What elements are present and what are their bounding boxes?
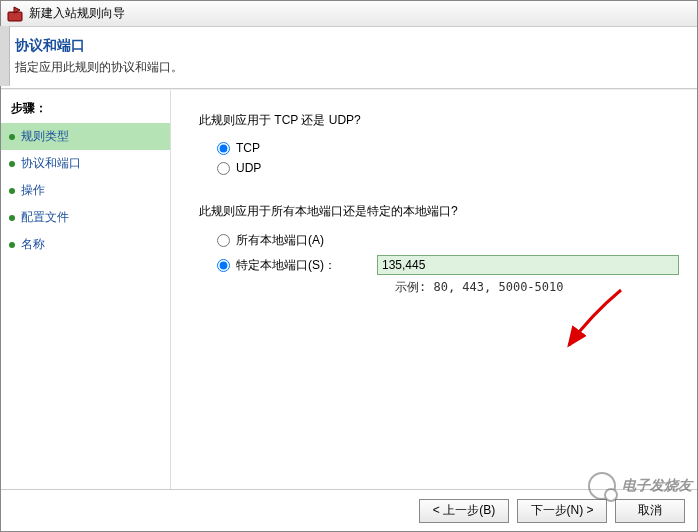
back-button[interactable]: < 上一步(B): [419, 499, 509, 523]
steps-sidebar: 步骤： 规则类型 协议和端口 操作 配置文件 名称: [1, 90, 171, 489]
step-label: 规则类型: [21, 128, 69, 145]
radio-all-ports[interactable]: 所有本地端口(A): [217, 232, 679, 249]
step-profile[interactable]: 配置文件: [1, 204, 170, 231]
radio-udp-label: UDP: [236, 161, 261, 175]
specific-ports-row: 特定本地端口(S)：: [217, 255, 679, 275]
step-label: 配置文件: [21, 209, 69, 226]
header: 协议和端口 指定应用此规则的协议和端口。: [1, 27, 697, 89]
wizard-window: 新建入站规则向导 协议和端口 指定应用此规则的协议和端口。 步骤： 规则类型 协…: [0, 0, 698, 532]
radio-udp[interactable]: UDP: [217, 161, 679, 175]
ports-example: 示例: 80, 443, 5000-5010: [395, 279, 679, 296]
radio-specific-ports-label: 特定本地端口(S)：: [236, 257, 336, 274]
steps-label: 步骤：: [1, 96, 170, 123]
ports-radiogroup: 所有本地端口(A) 特定本地端口(S)： 示例: 80, 443, 5000-5…: [217, 232, 679, 296]
titlebar: 新建入站规则向导: [1, 1, 697, 27]
bullet-icon: [9, 188, 15, 194]
page-subtitle: 指定应用此规则的协议和端口。: [15, 59, 683, 76]
cancel-button[interactable]: 取消: [615, 499, 685, 523]
left-edge-decoration: [0, 26, 10, 86]
app-icon: [7, 6, 23, 22]
step-rule-type[interactable]: 规则类型: [1, 123, 170, 150]
ports-input[interactable]: [377, 255, 679, 275]
svg-rect-0: [8, 12, 22, 21]
step-name[interactable]: 名称: [1, 231, 170, 258]
content-pane: 此规则应用于 TCP 还是 UDP? TCP UDP 此规则应用于所有本地端口还…: [171, 90, 697, 489]
next-button[interactable]: 下一步(N) >: [517, 499, 607, 523]
footer: < 上一步(B) 下一步(N) > 取消: [1, 489, 697, 531]
window-title: 新建入站规则向导: [29, 5, 125, 22]
question-ports: 此规则应用于所有本地端口还是特定的本地端口?: [199, 203, 679, 220]
step-label: 协议和端口: [21, 155, 81, 172]
bullet-icon: [9, 134, 15, 140]
page-title: 协议和端口: [15, 37, 683, 55]
radio-all-ports-label: 所有本地端口(A): [236, 232, 324, 249]
radio-tcp[interactable]: TCP: [217, 141, 679, 155]
body: 步骤： 规则类型 协议和端口 操作 配置文件 名称 此: [1, 89, 697, 489]
bullet-icon: [9, 161, 15, 167]
radio-tcp-label: TCP: [236, 141, 260, 155]
radio-tcp-input[interactable]: [217, 142, 230, 155]
question-protocol: 此规则应用于 TCP 还是 UDP?: [199, 112, 679, 129]
radio-specific-ports-input[interactable]: [217, 259, 230, 272]
radio-udp-input[interactable]: [217, 162, 230, 175]
protocol-radiogroup: TCP UDP: [217, 141, 679, 175]
step-label: 名称: [21, 236, 45, 253]
step-action[interactable]: 操作: [1, 177, 170, 204]
bullet-icon: [9, 242, 15, 248]
step-label: 操作: [21, 182, 45, 199]
step-protocol-ports[interactable]: 协议和端口: [1, 150, 170, 177]
radio-specific-ports[interactable]: 特定本地端口(S)：: [217, 257, 377, 274]
bullet-icon: [9, 215, 15, 221]
radio-all-ports-input[interactable]: [217, 234, 230, 247]
